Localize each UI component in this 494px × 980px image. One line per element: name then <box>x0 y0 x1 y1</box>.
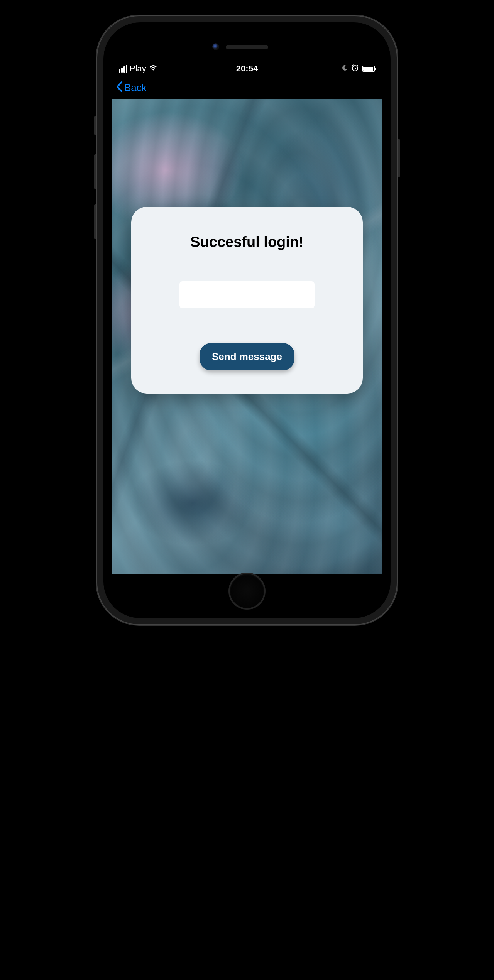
earpiece-speaker <box>226 45 268 49</box>
send-message-button[interactable]: Send message <box>200 343 294 370</box>
power-button <box>398 139 400 177</box>
chevron-left-icon <box>116 81 124 95</box>
volume-up-button <box>94 154 96 189</box>
status-bar-time: 20:54 <box>236 64 258 74</box>
content-area: Succesful login! Send message <box>112 99 382 574</box>
mute-switch-button <box>94 116 96 135</box>
wifi-icon <box>149 64 158 74</box>
cellular-signal-icon <box>119 65 127 73</box>
phone-device-frame: Play 20:54 <box>96 15 398 625</box>
card-title: Succesful login! <box>190 234 303 250</box>
login-success-card: Succesful login! Send message <box>131 207 363 394</box>
back-button[interactable]: Back <box>116 81 147 95</box>
volume-down-button <box>94 204 96 239</box>
back-button-label: Back <box>124 82 147 94</box>
do-not-disturb-icon <box>341 64 348 73</box>
carrier-label: Play <box>130 64 146 74</box>
message-input[interactable] <box>179 281 315 308</box>
status-bar: Play 20:54 <box>112 61 382 76</box>
battery-icon <box>362 66 375 72</box>
status-bar-right <box>341 64 375 74</box>
alarm-icon <box>351 64 359 74</box>
front-camera <box>212 43 219 50</box>
navigation-bar: Back <box>112 76 382 99</box>
status-bar-left: Play <box>119 64 158 74</box>
phone-screen: Play 20:54 <box>112 61 382 574</box>
home-button[interactable] <box>228 573 266 610</box>
